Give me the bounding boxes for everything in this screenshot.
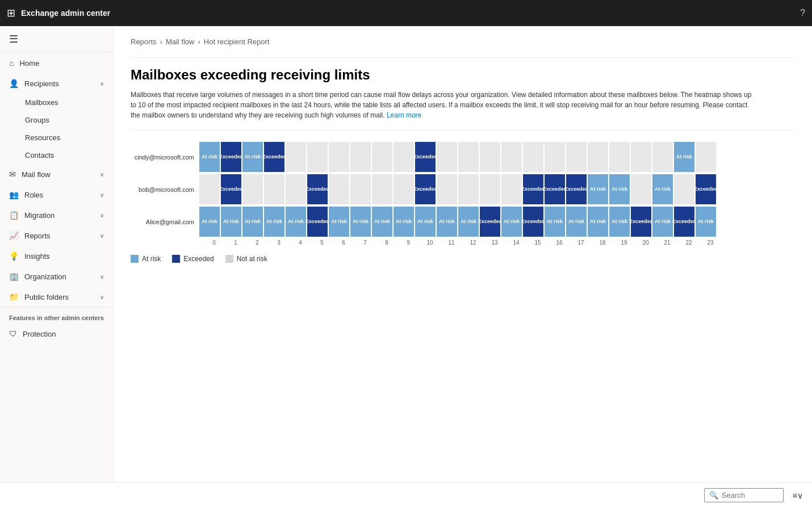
legend-box-at-risk (131, 255, 139, 263)
sidebar-item-insights[interactable]: 💡 Insights (0, 246, 113, 266)
row-label: Alice@gmail.com (131, 219, 199, 225)
heatmap-cell: Exceeded (522, 206, 544, 237)
heatmap-cell (458, 141, 479, 173)
divider-top (131, 57, 795, 58)
x-axis-label: 12 (462, 240, 484, 246)
heatmap-cell: Exceeded (307, 206, 328, 237)
x-axis-label: 8 (376, 240, 397, 246)
heatmap-cell: Exceeded (220, 174, 242, 205)
heatmap-cell (458, 174, 479, 205)
x-axis-label: 14 (505, 240, 527, 246)
x-axis-label: 5 (311, 240, 333, 246)
heatmap-cell: At risk (652, 174, 673, 205)
sidebar-item-roles[interactable]: 👥 Roles ∨ (0, 184, 113, 205)
sidebar-item-publicfolders-label: Public folders (24, 293, 69, 301)
x-axis-label: 6 (333, 240, 354, 246)
sidebar-item-recipients[interactable]: 👤 Recipients ∧ (0, 73, 113, 94)
search-icon: 🔍 (709, 491, 718, 499)
chevron-down-icon3: ∨ (100, 212, 104, 219)
sidebar-item-publicfolders[interactable]: 📁 Public folders ∨ (0, 287, 113, 307)
insights-icon: 💡 (9, 251, 19, 261)
chevron-down-icon2: ∨ (100, 192, 104, 198)
sidebar-item-migration-label: Migration (24, 211, 55, 220)
grid-icon[interactable]: ⊞ (7, 7, 15, 19)
heatmap-cell: Exceeded (263, 141, 285, 173)
x-axis-label: 7 (354, 240, 376, 246)
mailflow-icon: ✉ (9, 170, 16, 179)
heatmap-cell (501, 174, 522, 205)
heatmap-cell: At risk (393, 206, 415, 237)
heatmap-cell: At risk (220, 206, 242, 237)
chevron-down-icon: ∨ (100, 171, 104, 178)
divider-middle (131, 129, 795, 130)
heatmap-cell: At risk (673, 141, 695, 173)
sidebar-sub-resources[interactable]: Resources (0, 129, 113, 146)
heatmap-cell: Exceeded (479, 206, 501, 237)
heatmap-cell (393, 141, 415, 173)
heatmap-container: cindy@microsoft.comAt riskExceededAt ris… (131, 141, 795, 246)
heatmap-cell (566, 141, 587, 173)
heatmap-cell (285, 174, 307, 205)
heatmap-cell: Exceeded (415, 141, 436, 173)
sidebar-item-home[interactable]: ⌂ Home (0, 53, 113, 73)
heatmap-cell (630, 174, 652, 205)
page-title: Mailboxes exceeding receiving limits (131, 67, 795, 83)
heatmap-cell (328, 174, 350, 205)
heatmap-cell: Exceeded (544, 174, 566, 205)
sidebar-item-protection[interactable]: 🛡 Protection (0, 324, 113, 344)
sidebar-item-organization[interactable]: 🏢 Organization ∨ (0, 266, 113, 287)
heatmap-row-cells: At riskAt riskAt riskAt riskAt riskExcee… (199, 206, 717, 237)
sidebar-item-recipients-label: Recipients (24, 79, 59, 88)
heatmap-cell (609, 141, 630, 173)
heatmap-cell: Exceeded (307, 174, 328, 205)
heatmap-cell (263, 174, 285, 205)
x-axis-label: 23 (700, 240, 721, 246)
breadcrumb-sep1: › (160, 37, 162, 46)
heatmap-cell: At risk (263, 206, 285, 237)
hamburger-button[interactable]: ☰ (0, 26, 113, 53)
heatmap-cell (501, 141, 522, 173)
chevron-down-icon5: ∨ (100, 274, 104, 280)
breadcrumb-mailflow[interactable]: Mail flow (166, 37, 195, 46)
filter-icon[interactable]: ≡∨ (793, 491, 803, 500)
heatmap-cell: Exceeded (673, 206, 695, 237)
heatmap-cell: At risk (350, 206, 371, 237)
x-axis-label: 15 (527, 240, 549, 246)
breadcrumb-reports[interactable]: Reports (131, 37, 157, 46)
x-axis-label: 3 (268, 240, 290, 246)
x-axis-label: 22 (678, 240, 700, 246)
sidebar-sub-groups[interactable]: Groups (0, 111, 113, 129)
sidebar-item-reports[interactable]: 📈 Reports ∨ (0, 225, 113, 246)
features-section-label: Features in other admin centers (0, 307, 113, 324)
chevron-down-icon6: ∨ (100, 294, 104, 300)
legend-not-at-risk: Not at risk (225, 255, 267, 263)
search-box[interactable]: 🔍 (704, 488, 784, 502)
x-axis-label: 18 (592, 240, 613, 246)
heatmap-cell: At risk (328, 206, 350, 237)
sidebar-item-mailflow[interactable]: ✉ Mail flow ∨ (0, 164, 113, 184)
row-label: bob@microsoft.com (131, 186, 199, 193)
breadcrumb-sep2: › (198, 37, 200, 46)
learn-more-link[interactable]: Learn more (387, 111, 421, 119)
heatmap-cell: At risk (609, 206, 630, 237)
help-icon[interactable]: ? (800, 8, 805, 18)
sidebar-item-organization-label: Organization (24, 272, 66, 281)
sidebar-item-migration[interactable]: 📋 Migration ∨ (0, 205, 113, 225)
x-axis-label: 13 (484, 240, 505, 246)
heatmap-legend: At risk Exceeded Not at risk (131, 255, 795, 263)
sidebar-sub-contacts[interactable]: Contacts (0, 146, 113, 164)
x-axis-label: 16 (549, 240, 570, 246)
sidebar-sub-mailboxes[interactable]: Mailboxes (0, 94, 113, 111)
x-axis-label: 11 (441, 240, 462, 246)
heatmap-cell (328, 141, 350, 173)
heatmap-cell (652, 141, 673, 173)
legend-at-risk: At risk (131, 255, 161, 263)
sidebar-item-insights-label: Insights (24, 252, 50, 261)
heatmap-cell: At risk (371, 206, 393, 237)
search-input[interactable] (722, 491, 778, 499)
heatmap-cell: At risk (199, 141, 220, 173)
heatmap-row-cells: At riskExceededAt riskExceededExceededAt… (199, 141, 717, 173)
protection-icon: 🛡 (9, 329, 17, 338)
heatmap-cell: At risk (436, 206, 458, 237)
heatmap-cell (695, 141, 717, 173)
